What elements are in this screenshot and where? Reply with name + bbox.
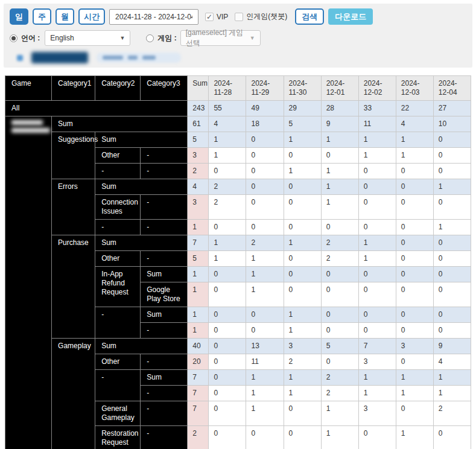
- language-select[interactable]: English ▼: [45, 30, 130, 46]
- column-header: Category2: [95, 76, 141, 101]
- value-cell: 0: [209, 267, 246, 282]
- sum-cell: 7: [188, 235, 209, 251]
- sum-cell: 20: [188, 354, 209, 370]
- column-header: 2024-12-01: [321, 76, 358, 101]
- search-button[interactable]: 검색: [295, 8, 324, 25]
- vip-checkbox[interactable]: ✓: [205, 13, 214, 21]
- period-button-월[interactable]: 월: [56, 8, 74, 25]
- value-cell: 0: [433, 132, 471, 148]
- sum-cell: 2: [188, 426, 209, 449]
- value-cell: 0: [246, 164, 284, 179]
- sum-cell: 4: [188, 179, 209, 195]
- value-cell: 1: [396, 148, 433, 164]
- category-cell: Purchase: [52, 235, 95, 339]
- column-header: Sum: [188, 76, 209, 101]
- sum-cell: 2: [188, 164, 209, 179]
- value-cell: 0: [246, 148, 284, 164]
- sum-cell: 7: [188, 386, 209, 401]
- category-cell: -: [141, 401, 188, 426]
- value-cell: 1: [433, 220, 471, 235]
- column-header: 2024-11-28: [209, 76, 246, 101]
- sum-cell: 7: [188, 370, 209, 386]
- column-header: Category3: [141, 76, 188, 101]
- game-select-value: [gameselect] 게임 선택: [186, 28, 244, 48]
- game-radio[interactable]: [146, 34, 154, 42]
- value-cell: 0: [321, 323, 358, 339]
- value-cell: 0: [396, 164, 433, 179]
- value-cell: 0: [396, 235, 433, 251]
- date-range-input[interactable]: [109, 9, 198, 25]
- value-cell: 0: [433, 323, 471, 339]
- value-cell: 27: [433, 101, 471, 116]
- category-cell: Sum: [141, 307, 188, 323]
- value-cell: 1: [396, 386, 433, 401]
- value-cell: 0: [246, 426, 284, 449]
- value-cell: 0: [209, 370, 246, 386]
- ingame-checkbox[interactable]: [235, 13, 243, 21]
- value-cell: 0: [396, 179, 433, 195]
- value-cell: 49: [246, 101, 284, 116]
- period-button-일[interactable]: 일: [10, 8, 28, 25]
- value-cell: 0: [396, 323, 433, 339]
- value-cell: 0: [284, 267, 321, 282]
- value-cell: 0: [358, 220, 396, 235]
- redacted-primary-button[interactable]: [31, 52, 88, 63]
- value-cell: 0: [433, 307, 471, 323]
- value-cell: 3: [358, 401, 396, 426]
- value-cell: 3: [284, 339, 321, 354]
- sum-cell: 1: [188, 282, 209, 307]
- value-cell: 3: [358, 354, 396, 370]
- period-button-주[interactable]: 주: [33, 8, 51, 25]
- table-row: Sum614185911410: [5, 116, 471, 132]
- value-cell: 2: [246, 235, 284, 251]
- value-cell: 0: [284, 220, 321, 235]
- value-cell: 1: [246, 267, 284, 282]
- value-cell: 1: [321, 195, 358, 220]
- period-button-시간[interactable]: 시간: [78, 8, 105, 25]
- value-cell: 0: [284, 148, 321, 164]
- category-cell: -: [95, 370, 141, 401]
- category-cell: Gameplay: [52, 339, 95, 449]
- value-cell: 0: [358, 179, 396, 195]
- value-cell: 1: [246, 370, 284, 386]
- column-header: 2024-11-30: [284, 76, 321, 101]
- vip-label: VIP: [217, 13, 228, 21]
- value-cell: 9: [433, 339, 471, 354]
- value-cell: 10: [433, 116, 471, 132]
- value-cell: 2: [433, 401, 471, 426]
- value-cell: 55: [209, 101, 246, 116]
- value-cell: 0: [321, 220, 358, 235]
- value-cell: 0: [284, 251, 321, 267]
- category-cell: -: [141, 148, 188, 164]
- category-cell: In-App Refund Request: [95, 267, 141, 307]
- value-cell: 0: [209, 426, 246, 449]
- category-cell: Sum: [95, 235, 188, 251]
- redacted-button-group[interactable]: [97, 53, 181, 63]
- toolbar-row: 일주월시간 ✓ VIP 인게임(챗봇) 검색 다운로드: [10, 8, 472, 25]
- value-cell: 1: [321, 401, 358, 426]
- value-cell: 0: [209, 323, 246, 339]
- value-cell: 0: [433, 251, 471, 267]
- category-cell: Other: [95, 354, 141, 370]
- filter-row: 언어 : English ▼ 게임 : [gameselect] 게임 선택 ▼: [10, 30, 472, 46]
- category-cell: -: [141, 354, 188, 370]
- category-cell: -: [141, 251, 188, 267]
- value-cell: 2: [209, 195, 246, 220]
- language-radio[interactable]: [10, 34, 17, 42]
- value-cell: 2: [321, 386, 358, 401]
- value-cell: 5: [321, 339, 358, 354]
- value-cell: 0: [433, 195, 471, 220]
- value-cell: 1: [246, 251, 284, 267]
- download-button[interactable]: 다운로드: [328, 8, 373, 25]
- category-cell: Sum: [141, 370, 188, 386]
- value-cell: 0: [284, 401, 321, 426]
- value-cell: 0: [433, 426, 471, 449]
- value-cell: 0: [433, 164, 471, 179]
- value-cell: 1: [284, 132, 321, 148]
- ingame-filter: 인게임(챗봇): [235, 11, 287, 22]
- value-cell: 0: [358, 164, 396, 179]
- value-cell: 1: [358, 370, 396, 386]
- value-cell: 1: [396, 370, 433, 386]
- value-cell: 1: [284, 307, 321, 323]
- game-select[interactable]: [gameselect] 게임 선택 ▼: [180, 30, 261, 46]
